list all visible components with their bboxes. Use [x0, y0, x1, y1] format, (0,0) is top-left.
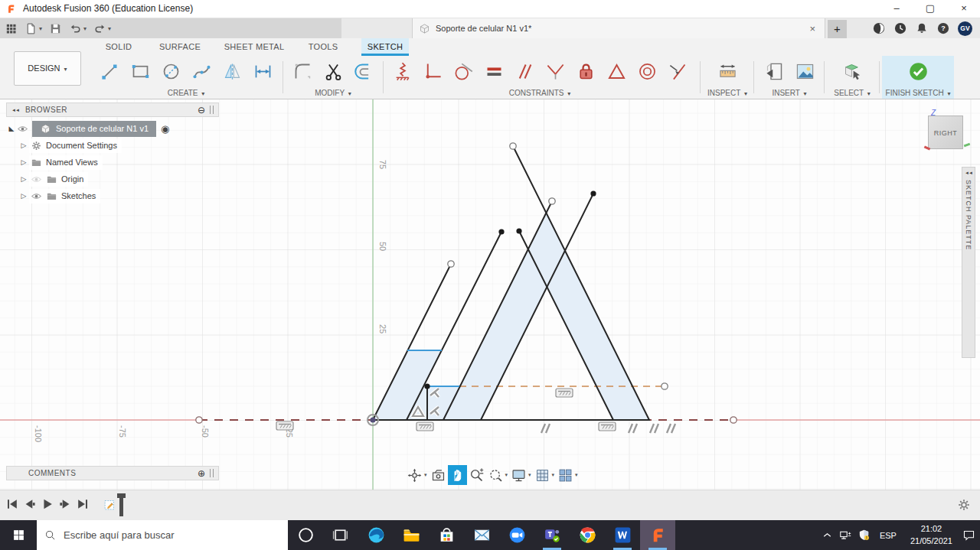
measure-tool[interactable] — [712, 56, 743, 86]
group-label[interactable]: CREATE ▾ — [93, 89, 279, 97]
fix-unfix-constraint[interactable] — [570, 56, 601, 86]
zoom-control[interactable] — [467, 465, 486, 485]
tray-chevron-icon[interactable] — [821, 529, 834, 542]
undo-button[interactable]: ▾ — [69, 22, 87, 35]
job-status-icon[interactable] — [893, 21, 907, 35]
avatar[interactable]: GV — [958, 21, 972, 36]
vertical-horizontal-constraint[interactable] — [417, 56, 448, 86]
visibility-eye-icon[interactable] — [31, 190, 42, 202]
fit-control[interactable]: ▾ — [486, 465, 510, 485]
taskbar-app-mail[interactable] — [464, 520, 499, 550]
timeline-settings-gear-icon[interactable] — [957, 498, 971, 512]
timeline-play[interactable] — [40, 496, 55, 512]
group-label[interactable]: SELECT ▾ — [827, 89, 877, 97]
dropdown-caret-icon[interactable]: ▾ — [575, 472, 578, 478]
expander-icon[interactable]: ▷ — [18, 192, 29, 200]
taskbar-app-fusion-360[interactable] — [640, 520, 675, 550]
group-label[interactable]: INSPECT ▾ — [703, 89, 752, 97]
activate-component-icon[interactable]: ◉ — [161, 123, 169, 135]
equal-constraint[interactable] — [479, 56, 509, 86]
dropdown-caret-icon[interactable]: ▾ — [108, 25, 111, 32]
help-icon[interactable]: ? — [936, 21, 950, 35]
taskbar-app-edge[interactable] — [358, 520, 394, 550]
viewports-control[interactable]: ▾ — [556, 465, 580, 485]
timeline-skip-start[interactable] — [5, 496, 20, 512]
midpoint-constraint[interactable] — [662, 56, 693, 86]
clock[interactable]: 21:02 21/05/2021 — [906, 523, 957, 547]
taskbar-search[interactable]: Escribe aquí para buscar — [37, 520, 288, 550]
new-tab-button[interactable]: + — [828, 20, 847, 38]
ribbon-tab-solid[interactable]: SOLID — [98, 38, 139, 56]
taskbar-app-task-view[interactable] — [323, 520, 358, 550]
taskbar-app-zoom[interactable] — [499, 520, 534, 550]
taskbar-app-teams[interactable] — [534, 520, 570, 550]
expander-icon[interactable]: ▷ — [18, 175, 29, 183]
comments-header[interactable]: COMMENTS ⊕ — [6, 466, 219, 480]
browser-item-root[interactable]: ◣ Soporte de celular N1 v1 ◉ — [6, 120, 219, 137]
browser-header[interactable]: ◄◄ BROWSER ⊖ — [6, 103, 219, 117]
dropdown-caret-icon[interactable]: ▾ — [39, 25, 42, 32]
document-tab[interactable]: Soporte de celular N1 v1* × — [412, 18, 825, 38]
remove-panel-icon[interactable]: ⊖ — [198, 106, 205, 115]
security-shield-icon[interactable] — [858, 529, 871, 542]
close-tab-icon[interactable]: × — [806, 23, 818, 34]
orbit-control[interactable]: ▾ — [405, 465, 429, 485]
timeline-skip-end[interactable] — [75, 496, 90, 512]
taskbar-app-cortana[interactable] — [288, 520, 323, 550]
panel-grip[interactable] — [210, 106, 214, 114]
extensions-icon[interactable] — [872, 21, 886, 35]
taskbar-app-word[interactable] — [605, 520, 640, 550]
browser-item-sketches[interactable]: ▷ Sketches — [18, 187, 219, 204]
expander-icon[interactable]: ▷ — [18, 158, 29, 166]
taskbar-app-file-explorer[interactable] — [394, 520, 429, 550]
line-tool[interactable] — [94, 56, 125, 86]
ribbon-tab-tools[interactable]: TOOLS — [303, 38, 343, 56]
save-button[interactable] — [49, 22, 62, 35]
browser-item-origin[interactable]: ▷ Origin — [18, 171, 219, 187]
expander-icon[interactable]: ◣ — [6, 125, 17, 132]
offset-tool[interactable] — [348, 56, 379, 86]
ribbon-tab-surface[interactable]: SURFACE — [155, 38, 205, 56]
collapse-panel-icon[interactable]: ◄◄ — [11, 108, 19, 112]
notifications-icon[interactable] — [915, 21, 929, 35]
group-label[interactable]: FINISH SKETCH ▾ — [882, 89, 954, 97]
expander-icon[interactable]: ▷ — [18, 142, 29, 149]
display-settings[interactable]: ▾ — [509, 465, 533, 485]
trim-tool[interactable] — [318, 56, 348, 86]
browser-item-named-views[interactable]: ▷ Named Views — [18, 154, 219, 171]
look-at-control[interactable] — [429, 465, 448, 485]
close-button[interactable]: × — [947, 0, 980, 18]
tangent-constraint[interactable] — [448, 56, 479, 86]
minimize-button[interactable]: – — [880, 0, 913, 18]
insert-tool[interactable] — [759, 56, 789, 86]
symmetry-constraint[interactable] — [601, 56, 632, 86]
taskbar-app-chrome[interactable] — [570, 520, 605, 550]
rectangle-tool[interactable] — [125, 56, 155, 86]
timeline-position-marker[interactable] — [119, 493, 123, 516]
sketch-palette-tab[interactable]: ◄◄ SKETCH PALETTE — [962, 167, 975, 358]
visibility-eye-icon[interactable] — [31, 174, 42, 185]
start-button[interactable] — [0, 520, 37, 550]
finish-sketch-button[interactable] — [903, 56, 933, 86]
spline-tool[interactable] — [186, 56, 217, 86]
sketch-canvas[interactable]: -100-75-50-25755025 RIGHT Z ◄◄ SKETCH PA… — [0, 99, 980, 490]
browser-item-document-settings[interactable]: ▷ Document Settings — [18, 137, 219, 154]
sketch-feature-icon[interactable] — [103, 498, 116, 511]
timeline-step-forward[interactable] — [57, 496, 73, 512]
dropdown-caret-icon[interactable]: ▾ — [528, 472, 531, 478]
grid-settings[interactable]: ▾ — [533, 465, 557, 485]
fillet-tool[interactable] — [287, 56, 318, 86]
perpendicular-constraint[interactable] — [540, 56, 570, 86]
group-label[interactable]: INSERT ▾ — [756, 89, 822, 97]
concentric-constraint[interactable] — [632, 56, 662, 86]
dropdown-caret-icon[interactable]: ▾ — [552, 472, 555, 478]
group-label[interactable]: MODIFY ▾ — [285, 89, 381, 97]
coincident-constraint[interactable] — [387, 56, 417, 86]
app-launcher[interactable] — [5, 22, 18, 35]
file-menu[interactable]: ▾ — [24, 22, 42, 35]
mirror-tool[interactable] — [217, 56, 247, 86]
group-label[interactable]: CONSTRAINTS ▾ — [385, 89, 694, 97]
timeline-step-back[interactable] — [22, 496, 38, 512]
dropdown-caret-icon[interactable]: ▾ — [83, 25, 87, 32]
pan-control[interactable] — [448, 465, 467, 485]
